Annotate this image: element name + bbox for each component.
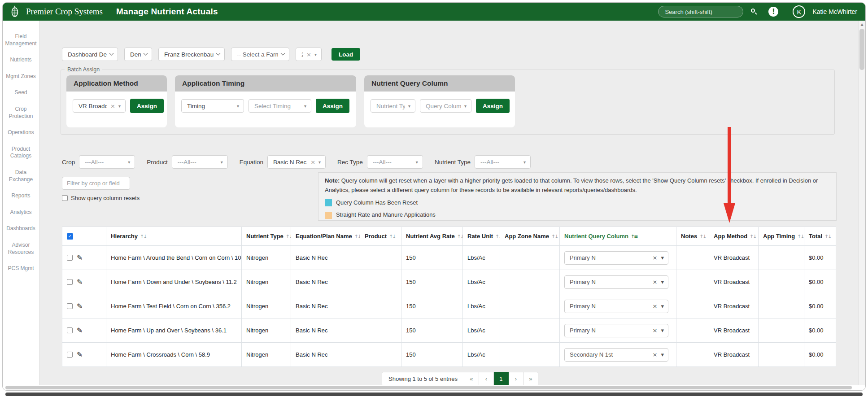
col-avg-rate[interactable]: Nutrient Avg Rate↑↓ [401, 227, 463, 246]
sidebar-item-analytics[interactable]: Analytics [3, 207, 39, 218]
nutrient-type-filter-label: Nutrient Type [435, 159, 471, 166]
horizontal-scrollbar-thumb[interactable] [5, 386, 852, 389]
sidebar-item-dashboards[interactable]: Dashboards [3, 223, 39, 234]
col-equation[interactable]: Equation/Plan Name↑↓ [291, 227, 360, 246]
sidebar-item-crop-protection[interactable]: Crop Protection [3, 104, 39, 122]
page-title: Manage Nutrient Actuals [116, 7, 218, 17]
assign-timing-button[interactable]: Assign [316, 99, 349, 113]
sort-icon: ↑↓ [797, 234, 803, 240]
page-1-button[interactable]: 1 [494, 372, 509, 385]
sidebar-item-field-management[interactable]: Field Management [3, 31, 39, 49]
clear-icon[interactable]: × [110, 103, 115, 109]
edit-icon[interactable]: ✎ [77, 253, 83, 262]
horizontal-scrollbar[interactable] [3, 385, 865, 390]
rec-type-filter-select[interactable]: ---All--- ▾ [367, 155, 423, 169]
nutrient-query-column-card: Nutrient Query Column Nutrient Type ▾ Qu… [364, 75, 515, 127]
crop-filter-label: Crop [62, 159, 75, 166]
sort-icon: ↑↓ [699, 234, 706, 240]
sidebar-item-seed[interactable]: Seed [3, 87, 39, 98]
sidebar-item-operations[interactable]: Operations [3, 127, 39, 138]
row-query-column-select[interactable]: Secondary N 1st × ▾ [564, 348, 668, 362]
nutrient-type-select[interactable]: Nutrient Type ▾ [371, 99, 415, 113]
year-select[interactable]: 2022 × ▾ [296, 48, 322, 61]
crop-filter-select[interactable]: ---All--- ▾ [79, 155, 135, 169]
first-page-button[interactable]: « [464, 372, 479, 385]
col-notes[interactable]: Notes↑↓ [676, 227, 709, 246]
caret-down-icon: ▾ [661, 351, 664, 358]
edit-icon[interactable]: ✎ [77, 278, 83, 286]
equation-filter-select[interactable]: Basic N Rec × ▾ [267, 155, 326, 169]
note-text: Note: Query column will get reset when a… [325, 176, 830, 195]
vertical-scrollbar-thumb[interactable] [859, 29, 864, 70]
sort-icon: ↑↓ [389, 234, 395, 240]
sidebar-item-pcs-mgmt[interactable]: PCS Mgmt [3, 263, 39, 274]
col-nutrient-type[interactable]: Nutrient Type↑↓ [242, 227, 291, 246]
caret-down-icon: ▾ [304, 104, 306, 109]
row-query-column-select[interactable]: Primary N × ▾ [564, 324, 668, 337]
grower-select[interactable]: Franz Breckenbauer [158, 48, 225, 61]
row-checkbox[interactable] [67, 255, 73, 261]
sidebar-item-product-catalogs[interactable]: Product Catalogs [3, 144, 39, 161]
row-query-column-select[interactable]: Primary N × ▾ [564, 275, 668, 289]
nutrient-type-filter-select[interactable]: ---All--- ▾ [475, 155, 531, 169]
col-query-column[interactable]: Nutrient Query Column↑≡ [560, 227, 676, 246]
application-method-card: Application Method VR Broadcast × ▾ Assi… [66, 75, 167, 127]
vertical-scrollbar[interactable]: ▲ [858, 21, 865, 385]
sidebar-item-data-exchange[interactable]: Data Exchange [3, 167, 39, 185]
row-checkbox[interactable] [67, 327, 73, 333]
clear-icon[interactable]: × [653, 254, 658, 261]
query-column-select[interactable]: Query Column ▾ [420, 99, 471, 113]
row-checkbox[interactable] [67, 352, 73, 358]
alert-icon[interactable]: ! [768, 7, 778, 17]
last-page-button[interactable]: » [523, 372, 538, 385]
row-query-column-select[interactable]: Primary N × ▾ [564, 300, 668, 313]
avatar[interactable]: K [793, 5, 805, 18]
sort-icon: ↑↓ [286, 234, 291, 240]
clear-icon[interactable]: × [653, 279, 658, 285]
clear-icon[interactable]: × [653, 351, 658, 358]
edit-icon[interactable]: ✎ [77, 302, 83, 310]
dashboard-select[interactable]: Dashboard Demo [62, 48, 118, 61]
application-method-select[interactable]: VR Broadcast × ▾ [73, 99, 126, 113]
product-filter-select[interactable]: ---All--- ▾ [172, 155, 228, 169]
sidebar-item-nutrients[interactable]: Nutrients [3, 55, 39, 65]
sidebar-item-mgmt-zones[interactable]: Mgmt Zones [3, 71, 39, 82]
clear-icon[interactable]: × [306, 51, 311, 58]
col-product[interactable]: Product↑↓ [360, 227, 401, 246]
col-rate-unit[interactable]: Rate Unit↑↓ [463, 227, 500, 246]
sidebar-item-advisor-resources[interactable]: Advisor Resources [3, 240, 39, 257]
edit-icon[interactable]: ✎ [77, 350, 83, 359]
pagination: Showing 1 to 5 of 5 entries « ‹ 1 › » [382, 372, 538, 385]
edit-icon[interactable]: ✎ [77, 326, 83, 335]
sidebar-item-reports[interactable]: Reports [3, 191, 39, 201]
col-app-method[interactable]: App Method↑↓ [709, 227, 759, 246]
dataset-select[interactable]: Demo [124, 48, 152, 61]
select-timing-select[interactable]: Select Timing ▾ [249, 99, 311, 113]
clear-icon[interactable]: × [310, 159, 315, 166]
col-total[interactable]: Total↑↓ [804, 227, 836, 246]
clear-icon[interactable]: × [653, 303, 658, 310]
load-button[interactable]: Load [331, 48, 360, 61]
timing-select[interactable]: Timing ▾ [181, 99, 244, 113]
assign-method-button[interactable]: Assign [130, 99, 164, 113]
farm-select[interactable]: -- Select a Farm -- [231, 48, 289, 61]
crop-field-filter-input[interactable] [62, 177, 130, 190]
col-app-zone[interactable]: App Zone Name↑↓ [500, 227, 560, 246]
scroll-up-icon[interactable]: ▲ [859, 21, 865, 28]
search-icon[interactable] [750, 8, 758, 15]
show-resets-checkbox[interactable] [62, 195, 68, 201]
next-page-button[interactable]: › [509, 372, 523, 385]
batch-assign-legend: Batch Assign [65, 66, 102, 73]
col-hierarchy[interactable]: Hierarchy↑↓ [106, 227, 242, 246]
manure-color-swatch [325, 212, 332, 219]
select-all-checkbox[interactable]: ✓ [67, 233, 73, 240]
user-name[interactable]: Katie McWhirter [812, 8, 857, 15]
search-input[interactable] [658, 6, 743, 17]
row-checkbox[interactable] [67, 279, 73, 285]
clear-icon[interactable]: × [653, 327, 658, 334]
row-checkbox[interactable] [67, 303, 73, 309]
row-query-column-select[interactable]: Primary N × ▾ [564, 251, 668, 265]
previous-page-button[interactable]: ‹ [479, 372, 494, 385]
assign-query-column-button[interactable]: Assign [476, 99, 510, 113]
col-app-timing[interactable]: App Timing↑↓ [759, 227, 804, 246]
